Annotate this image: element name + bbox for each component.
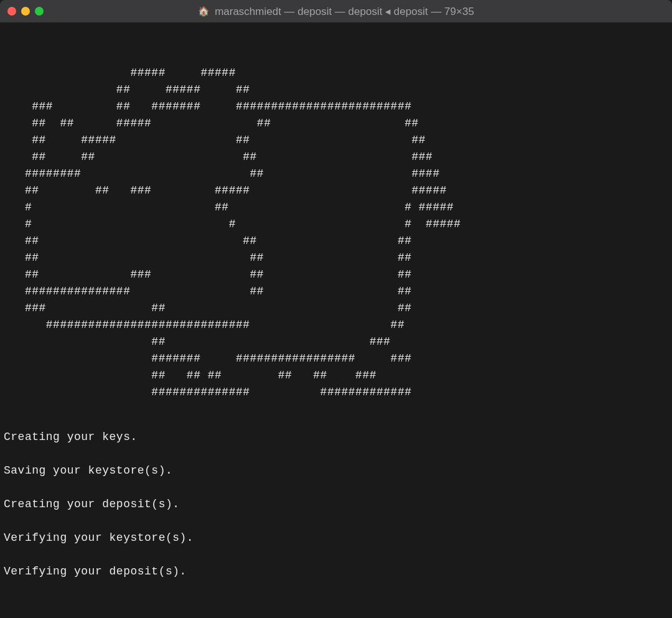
ascii-art-banner: ##### ##### ## ##### ## ### ## ####### #… — [4, 48, 668, 401]
maximize-button[interactable] — [35, 7, 44, 16]
window-title: maraschmiedt — deposit — deposit ◂ depos… — [215, 5, 474, 18]
window-titlebar: 🏠 maraschmiedt — deposit — deposit ◂ dep… — [0, 0, 672, 22]
close-button[interactable] — [7, 7, 16, 16]
window-controls — [7, 7, 44, 16]
status-line: Creating your keys. — [4, 429, 668, 446]
home-icon: 🏠 — [198, 6, 210, 17]
status-line: Verifying your deposit(s). — [4, 563, 668, 580]
status-line: Verifying your keystore(s). — [4, 530, 668, 546]
terminal-output[interactable]: ##### ##### ## ##### ## ### ## ####### #… — [0, 22, 672, 618]
status-line: Creating your deposit(s). — [4, 496, 668, 513]
minimize-button[interactable] — [21, 7, 30, 16]
blank-line — [4, 597, 668, 614]
status-line: Saving your keystore(s). — [4, 462, 668, 479]
window-title-wrap: 🏠 maraschmiedt — deposit — deposit ◂ dep… — [7, 5, 665, 18]
